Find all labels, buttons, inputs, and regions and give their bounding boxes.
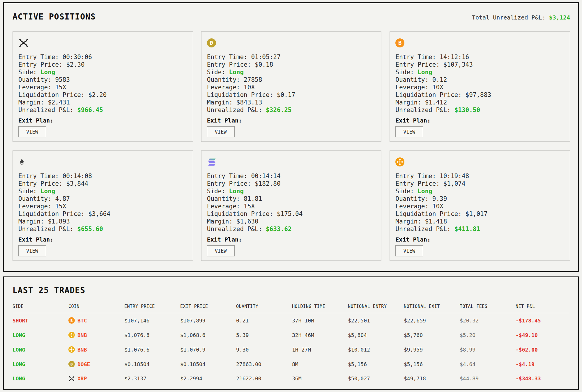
- eth-icon: [18, 157, 187, 166]
- trade-quantity: 9.30: [236, 347, 292, 353]
- entry-price-value: $1,074: [443, 180, 466, 187]
- trade-exit-price: $1,068.6: [180, 332, 236, 338]
- trade-entry-price: $1,076.8: [124, 332, 180, 338]
- col-net-pnl: NET P&L: [516, 304, 569, 309]
- entry-price-value: $0.18: [255, 61, 273, 68]
- entry-time-value: 00:30:06: [63, 54, 92, 61]
- doge-icon: Đ: [68, 361, 75, 367]
- trade-notional-exit: $9,959: [404, 347, 460, 353]
- last-trades-panel: LAST 25 TRADES SIDE COIN ENTRY PRICE EXI…: [3, 276, 579, 390]
- col-coin: COIN: [68, 304, 124, 309]
- trade-coin: Đ DOGE: [68, 361, 124, 367]
- trades-table-header: SIDE COIN ENTRY PRICE EXIT PRICE QUANTIT…: [13, 304, 569, 313]
- total-pnl-value: $3,124: [549, 14, 570, 21]
- side-value: Long: [40, 69, 55, 76]
- trade-entry-price: $107,146: [124, 317, 180, 324]
- view-exit-plan-button[interactable]: VIEW: [18, 126, 46, 137]
- table-row: LONG BNB $1,076.6 $1,070.9 9.30 1H 27M $…: [13, 342, 569, 357]
- unrealized-pnl-value: $655.60: [77, 226, 103, 233]
- trade-coin: B BTC: [68, 317, 124, 324]
- trade-exit-price: $107,899: [180, 317, 236, 324]
- sol-icon: [207, 157, 376, 166]
- total-pnl-label: Total Unrealized P&L:: [472, 14, 549, 21]
- trade-side: LONG: [13, 361, 68, 367]
- view-exit-plan-button[interactable]: VIEW: [207, 245, 235, 256]
- margin-value: $1,630: [236, 218, 259, 225]
- trade-total-fees: $5.20: [460, 332, 516, 338]
- side-value: Long: [229, 69, 244, 76]
- side-value: Long: [40, 188, 55, 195]
- unrealized-pnl-value: $130.50: [454, 107, 480, 113]
- leverage-value: 10X: [244, 84, 255, 91]
- trade-total-fees: $4.64: [460, 361, 516, 367]
- total-unrealized-pnl: Total Unrealized P&L: $3,124: [472, 14, 570, 21]
- position-card-sol: Entry Time: 00:14:14 Entry Price: $182.8…: [201, 150, 382, 261]
- trade-notional-exit: $5,760: [404, 332, 460, 338]
- trade-notional-entry: $5,804: [348, 332, 404, 338]
- exit-plan-label: Exit Plan:: [395, 118, 564, 124]
- position-card-xrp: Entry Time: 00:30:06 Entry Price: $2.30 …: [13, 31, 193, 142]
- quantity-value: 81.81: [244, 195, 262, 202]
- trade-holding-time: 1H 27M: [292, 347, 348, 353]
- trade-side: SHORT: [13, 317, 68, 324]
- trade-entry-price: $0.18504: [124, 361, 180, 367]
- leverage-value: 10X: [432, 203, 443, 210]
- side-value: Long: [418, 188, 432, 195]
- trade-exit-price: $0.18504: [180, 361, 236, 367]
- unrealized-pnl-value: $966.45: [77, 107, 103, 113]
- entry-time-value: 14:12:16: [440, 54, 469, 61]
- active-positions-header: ACTIVE POSITIONS Total Unrealized P&L: $…: [13, 12, 570, 22]
- trade-quantity: 21622.00: [236, 375, 292, 382]
- trade-quantity: 27863.00: [236, 361, 292, 367]
- view-exit-plan-button[interactable]: VIEW: [395, 245, 423, 256]
- active-positions-panel: ACTIVE POSITIONS Total Unrealized P&L: $…: [3, 2, 579, 272]
- positions-grid: Entry Time: 00:30:06 Entry Price: $2.30 …: [13, 31, 570, 261]
- col-notional-exit: NOTIONAL EXIT: [404, 304, 460, 309]
- trade-notional-exit: $49,718: [404, 375, 460, 382]
- view-exit-plan-button[interactable]: VIEW: [18, 245, 46, 256]
- table-row: SHORT B BTC $107,146 $107,899 0.21 37H 1…: [13, 313, 569, 328]
- xrp-icon: [68, 376, 75, 382]
- table-row: LONG BNB $1,076.8 $1,068.6 5.39 32H 46M …: [13, 328, 569, 342]
- leverage-value: 15X: [55, 203, 66, 210]
- trade-coin: BNB: [68, 346, 124, 353]
- trade-side: LONG: [13, 332, 68, 338]
- btc-icon: B: [395, 38, 564, 47]
- margin-value: $2,431: [48, 99, 70, 106]
- view-exit-plan-button[interactable]: VIEW: [207, 126, 235, 137]
- bnb-icon: [68, 332, 75, 338]
- trade-side: LONG: [13, 347, 68, 353]
- leverage-value: 15X: [244, 203, 255, 210]
- page-title: ACTIVE POSITIONS: [13, 12, 96, 22]
- col-holding-time: HOLDING TIME: [292, 304, 348, 309]
- exit-plan-label: Exit Plan:: [207, 118, 376, 124]
- trade-notional-exit: $22,659: [404, 317, 460, 324]
- table-row: LONG Đ DOGE $0.18504 $0.18504 27863.00 8…: [13, 357, 569, 371]
- unrealized-pnl-value: $411.81: [454, 226, 480, 233]
- leverage-value: 15X: [55, 84, 66, 91]
- trade-coin: XRP: [68, 375, 124, 382]
- trade-total-fees: $8.99: [460, 347, 516, 353]
- trade-net-pnl: -$178.45: [516, 317, 569, 324]
- doge-icon: Đ: [207, 38, 376, 47]
- col-notional-entry: NOTIONAL ENTRY: [348, 304, 404, 309]
- liquidation-price-value: $3,664: [88, 210, 110, 217]
- trade-notional-entry: $50,027: [348, 375, 404, 382]
- margin-value: $1,412: [425, 99, 447, 106]
- entry-price-value: $182.80: [255, 180, 281, 187]
- liquidation-price-value: $0.17: [277, 91, 295, 98]
- entry-time-value: 00:14:14: [251, 173, 280, 180]
- quantity-value: 0.12: [432, 76, 447, 83]
- leverage-value: 10X: [432, 84, 443, 91]
- position-card-bnb: Entry Time: 10:19:48 Entry Price: $1,074…: [390, 150, 570, 261]
- trade-total-fees: $44.89: [460, 375, 516, 382]
- trade-notional-entry: $10,012: [348, 347, 404, 353]
- margin-value: $1,893: [48, 218, 70, 225]
- entry-time-value: 00:14:08: [63, 173, 92, 180]
- col-quantity: QUANTITY: [236, 304, 292, 309]
- trade-exit-price: $1,070.9: [180, 347, 236, 353]
- view-exit-plan-button[interactable]: VIEW: [395, 126, 423, 137]
- exit-plan-label: Exit Plan:: [18, 237, 187, 243]
- trade-notional-entry: $5,156: [348, 361, 404, 367]
- side-value: Long: [229, 188, 244, 195]
